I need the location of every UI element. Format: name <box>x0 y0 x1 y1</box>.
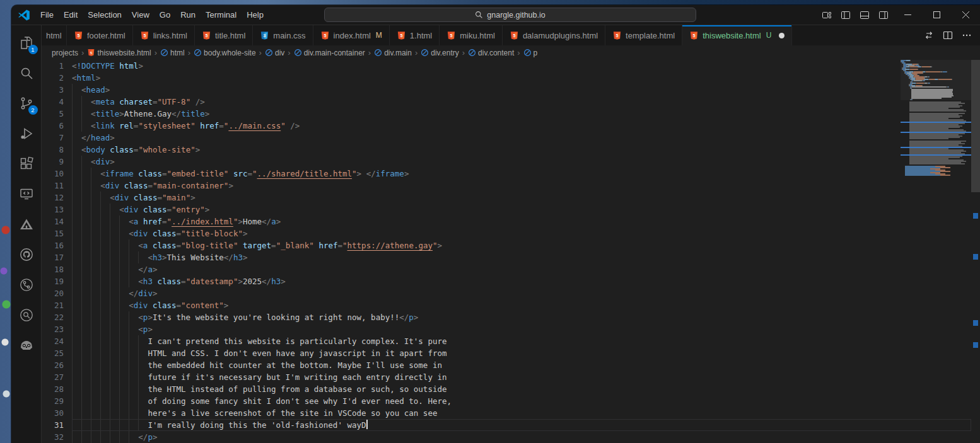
tab-main-css[interactable]: 3main.css <box>253 25 313 45</box>
breadcrumb-item-p[interactable]: p <box>523 49 538 57</box>
line-number[interactable]: 15 <box>42 227 64 239</box>
maximize-button[interactable] <box>922 5 951 25</box>
line-number[interactable]: 1 <box>42 60 64 72</box>
line-content[interactable]: <title>Athene.Gay</title> <box>72 108 971 120</box>
breadcrumb-item-div-main[interactable]: div.main <box>374 49 412 57</box>
line-content[interactable]: <p>It's the website you're looking at ri… <box>72 311 971 323</box>
line-content[interactable]: <iframe class="embed-title" src="../shar… <box>72 168 971 180</box>
line-content[interactable]: of doing some fancy shit I don't see why… <box>72 395 971 407</box>
line-content[interactable]: I'm really doing this the 'old-fashioned… <box>72 419 971 431</box>
tab-template-html[interactable]: 5template.html <box>605 25 682 45</box>
line-number[interactable]: 8 <box>42 144 64 156</box>
line-content[interactable]: <div class="entry"> <box>72 204 971 216</box>
line-number[interactable]: 20 <box>42 287 64 299</box>
line-number[interactable]: 25 <box>42 347 64 359</box>
minimap[interactable] <box>901 60 971 443</box>
code-line-2[interactable]: 2<html> <box>42 72 971 84</box>
code-line-15[interactable]: 15<div class="title-block"> <box>42 227 971 239</box>
line-content[interactable]: </p> <box>72 431 971 443</box>
line-content[interactable]: </div> <box>72 287 971 299</box>
menu-item-view[interactable]: View <box>127 8 155 22</box>
line-number[interactable]: 24 <box>42 335 64 347</box>
code-line-29[interactable]: 29of doing some fancy shit I don't see w… <box>42 395 971 407</box>
tab-index-html[interactable]: 5index.htmlM <box>313 25 390 45</box>
line-content[interactable]: the HTML instead of pulling from a datab… <box>72 383 971 395</box>
line-number[interactable]: 9 <box>42 156 64 168</box>
line-content[interactable]: <h3 class="datestamp">2025</h3> <box>72 275 971 287</box>
code-line-12[interactable]: 12<div class="main"> <box>42 192 971 204</box>
tab-html[interactable]: html <box>42 25 67 45</box>
menu-item-edit[interactable]: Edit <box>59 8 83 22</box>
tab-1-html[interactable]: 51.html <box>390 25 440 45</box>
line-number[interactable]: 10 <box>42 168 64 180</box>
breadcrumb-item-projects[interactable]: projects <box>52 49 78 57</box>
line-content[interactable]: <meta charset="UTF-8" /> <box>72 96 971 108</box>
toggle-primary-sidebar-icon[interactable] <box>837 8 855 22</box>
line-content[interactable]: <p> <box>72 323 971 335</box>
activity-extensions[interactable] <box>11 149 42 179</box>
code-line-25[interactable]: 25HTML and CSS. I don't even have any ja… <box>42 347 971 359</box>
breadcrumb-item-div-content[interactable]: div.content <box>468 49 514 57</box>
code-line-23[interactable]: 23<p> <box>42 323 971 335</box>
activity-godot-tools[interactable] <box>11 330 42 360</box>
minimize-button[interactable] <box>893 5 922 25</box>
line-content[interactable]: <a href="../index.html">Home</a> <box>72 216 971 227</box>
code-line-9[interactable]: 9<div> <box>42 156 971 168</box>
code-line-24[interactable]: 24I can't pretend this website is partic… <box>42 335 971 347</box>
line-number[interactable]: 17 <box>42 251 64 263</box>
line-number[interactable]: 23 <box>42 323 64 335</box>
line-number[interactable]: 31 <box>42 419 64 431</box>
line-number[interactable]: 19 <box>42 275 64 287</box>
line-number[interactable]: 2 <box>42 72 64 84</box>
line-content[interactable]: <div> <box>72 156 971 168</box>
activity-explorer[interactable]: 1 <box>11 28 42 58</box>
code-line-8[interactable]: 8<body class="whole-site"> <box>42 144 971 156</box>
line-content[interactable]: <!DOCTYPE html> <box>72 60 971 72</box>
toggle-panel-icon[interactable] <box>856 8 873 22</box>
line-content[interactable]: <div class="main-container"> <box>72 180 971 192</box>
line-content[interactable]: the embedded hit counter at the bottom. … <box>72 359 971 371</box>
breadcrumb-item-body-whole-site[interactable]: body.whole-site <box>194 49 256 57</box>
activity-git-graph[interactable] <box>11 270 42 300</box>
line-content[interactable]: HTML and CSS. I don't even have any java… <box>72 347 971 359</box>
breadcrumb-item-div-entry[interactable]: div.entry <box>421 49 458 57</box>
line-number[interactable]: 6 <box>42 120 64 132</box>
line-number[interactable]: 21 <box>42 299 64 311</box>
code-line-1[interactable]: 1<!DOCTYPE html> <box>42 60 971 72</box>
code-line-16[interactable]: 16<a class="blog-title" target="_blank" … <box>42 239 971 251</box>
tab-miku-html[interactable]: 5miku.html <box>440 25 503 45</box>
code-line-20[interactable]: 20</div> <box>42 287 971 299</box>
open-changes-icon[interactable] <box>921 28 937 43</box>
code-line-28[interactable]: 28the HTML instead of pulling from a dat… <box>42 383 971 395</box>
activity-github[interactable] <box>11 239 42 270</box>
code-line-22[interactable]: 22<p>It's the website you're looking at … <box>42 311 971 323</box>
breadcrumb-item-div[interactable]: div <box>265 49 284 57</box>
line-number[interactable]: 16 <box>42 239 64 251</box>
code-line-27[interactable]: 27future if it's necessary but I'm writi… <box>42 371 971 383</box>
menu-item-file[interactable]: File <box>35 8 59 22</box>
line-number[interactable]: 22 <box>42 311 64 323</box>
code-editor[interactable]: 1<!DOCTYPE html>2<html>3<head>4<meta cha… <box>42 60 980 443</box>
code-line-26[interactable]: 26the embedded hit counter at the bottom… <box>42 359 971 371</box>
line-number[interactable]: 4 <box>42 96 64 108</box>
line-number[interactable]: 30 <box>42 407 64 419</box>
line-number[interactable]: 26 <box>42 359 64 371</box>
menu-item-selection[interactable]: Selection <box>83 8 126 22</box>
line-content[interactable]: <link rel="stylesheet" href="../main.css… <box>72 120 971 132</box>
line-number[interactable]: 5 <box>42 108 64 120</box>
code-line-6[interactable]: 6<link rel="stylesheet" href="../main.cs… <box>42 120 971 132</box>
breadcrumb-item-html[interactable]: html <box>160 49 185 57</box>
menu-item-terminal[interactable]: Terminal <box>201 8 242 22</box>
code-line-18[interactable]: 18</a> <box>42 263 971 275</box>
activity-extension-triangle[interactable] <box>11 209 42 239</box>
breadcrumb-item-div-main-container[interactable]: div.main-container <box>294 49 365 57</box>
line-content[interactable]: <html> <box>72 72 971 84</box>
menu-item-run[interactable]: Run <box>175 8 201 22</box>
line-content[interactable]: </head> <box>72 132 971 144</box>
code-line-14[interactable]: 14<a href="../index.html">Home</a> <box>42 216 971 227</box>
line-content[interactable]: <div class="content"> <box>72 299 971 311</box>
line-number[interactable]: 18 <box>42 263 64 275</box>
tab-footer-html[interactable]: 5footer.html <box>67 25 133 45</box>
line-content[interactable]: <head> <box>72 84 971 96</box>
toggle-secondary-sidebar-icon[interactable] <box>875 8 892 22</box>
